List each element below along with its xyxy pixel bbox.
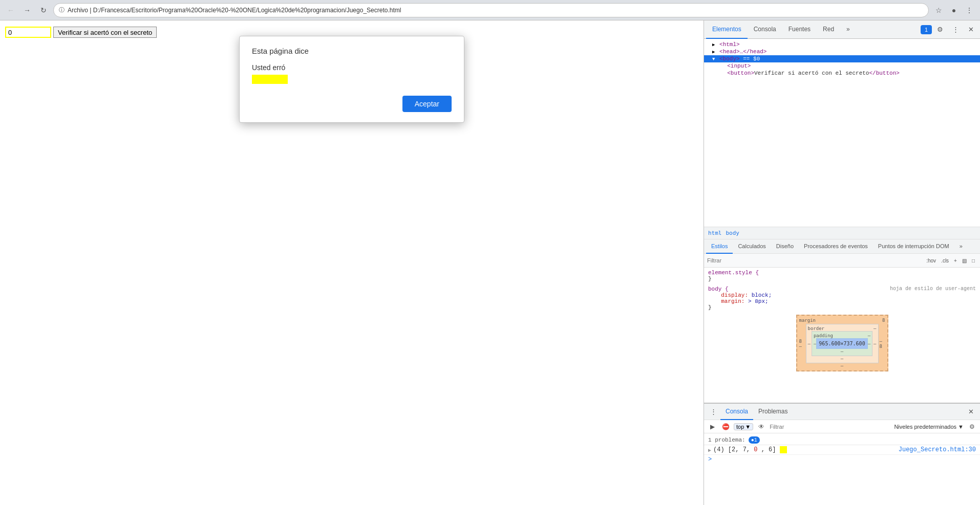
back-button[interactable]: ← <box>4 4 17 17</box>
devtools-close-button[interactable]: ✕ <box>964 23 978 37</box>
border-value: – <box>874 326 876 331</box>
html-line-button[interactable]: <button>Verificar si acertó con el secre… <box>704 70 980 77</box>
box-model-area: margin 8 8 – border – <box>708 315 976 371</box>
console-more-options[interactable]: ⋮ <box>706 405 720 419</box>
secret-input[interactable] <box>5 27 51 38</box>
breadcrumb-html[interactable]: html <box>708 230 722 236</box>
content-size: 965.600×737.600 <box>819 341 865 346</box>
dialog-accept-button[interactable]: Aceptar <box>402 96 452 112</box>
verify-button[interactable]: Verificar si acertó con el secreto <box>53 27 157 38</box>
triangle-html[interactable]: ▶ <box>712 42 715 48</box>
box-margin: margin 8 8 – border – <box>796 315 888 371</box>
breadcrumb-body[interactable]: body <box>726 230 740 236</box>
style-source-body: hoja de estilo de user-agent <box>890 286 976 292</box>
box-border: border – – padding – <box>806 324 879 363</box>
console-tab-problemas[interactable]: Problemas <box>753 404 793 420</box>
styles-tab-procesadores[interactable]: Procesadores de eventos <box>799 239 873 254</box>
profile-button[interactable]: ● <box>947 4 961 17</box>
console-log-source[interactable]: Juego_Secreto.html:30 <box>899 446 976 453</box>
console-level-selector[interactable]: Niveles predeterminados ▼ <box>894 424 964 430</box>
styles-tab-diseno[interactable]: Diseño <box>771 239 799 254</box>
margin-bottom: – <box>799 363 885 368</box>
styles-section: Estilos Calculados Diseño Procesadores d… <box>704 239 980 403</box>
console-content: 1 problema: ● 1 ▶ (4) [2, 7, 0 , 6] <box>704 433 980 505</box>
browser-chrome: ← → ↻ ⓘ Archivo | D:/Francesca/Escritori… <box>0 0 980 20</box>
box-padding: padding – – 965.600×737.600 <box>812 331 872 356</box>
console-section: ⋮ Consola Problemas ✕ ▶ ⛔ top ▼ 👁 Nivele… <box>704 403 980 505</box>
margin-value: 8 <box>882 318 885 323</box>
styles-tab-estilos[interactable]: Estilos <box>706 239 733 254</box>
console-prompt-arrow: > <box>708 456 712 463</box>
hov-button[interactable]: :hov <box>924 257 938 265</box>
devtools-header-actions: 1 ⚙ ⋮ ✕ <box>921 23 978 37</box>
devtools-tab-red[interactable]: Red <box>817 20 840 39</box>
styles-tab-more[interactable]: » <box>954 239 968 254</box>
style-rule-element: element.style { } <box>708 270 976 282</box>
styles-content: element.style { } body { hoja de estilo … <box>704 268 980 403</box>
toggle-icon[interactable]: □ <box>970 257 977 265</box>
console-problem-bar: 1 problema: ● 1 <box>704 435 980 445</box>
devtools-tab-consola[interactable]: Consola <box>748 20 782 39</box>
dialog-title: Esta página dice <box>252 47 452 55</box>
html-line-body[interactable]: ▼ <body> == $0 <box>704 55 980 62</box>
layout-icon[interactable]: ▧ <box>960 257 969 265</box>
triangle-head[interactable]: ▶ <box>712 49 715 55</box>
lock-icon: ⓘ <box>59 6 65 14</box>
devtools-more-button[interactable]: ⋮ <box>948 23 963 37</box>
console-run-button[interactable]: ▶ <box>707 422 717 432</box>
style-selector-element: element.style { <box>708 270 759 276</box>
html-line-html[interactable]: ▶ <html> <box>704 41 980 48</box>
box-content: 965.600×737.600 <box>816 338 867 349</box>
devtools-tab-elementos[interactable]: Elementos <box>706 20 748 39</box>
console-toolbar: ▶ ⛔ top ▼ 👁 Niveles predeterminados ▼ ⚙ <box>704 420 980 433</box>
console-top-selector[interactable]: top ▼ <box>734 423 753 430</box>
console-problem-badge: ● 1 <box>749 436 760 444</box>
bookmark-button[interactable]: ☆ <box>932 4 945 17</box>
console-eye-button[interactable]: 👁 <box>756 422 766 432</box>
address-bar[interactable]: ⓘ Archivo | D:/Francesca/Escritorio/Prog… <box>53 3 929 17</box>
devtools-elements-top: ▶ <html> ▶ <head>…</head> ▼ <body> == $0… <box>704 39 980 403</box>
html-line-input[interactable]: <input> <box>704 62 980 70</box>
devtools-panel: Elementos Consola Fuentes Red » 1 ⚙ ⋮ ✕ … <box>704 20 980 505</box>
console-header: ⋮ Consola Problemas ✕ <box>704 404 980 420</box>
console-tab-consola[interactable]: Consola <box>720 404 753 420</box>
styles-filter-input[interactable] <box>707 255 922 266</box>
devtools-settings-button[interactable]: ⚙ <box>933 23 947 37</box>
forward-button[interactable]: → <box>20 4 34 17</box>
address-text: Archivo | D:/Francesca/Escritorio/Progra… <box>68 7 401 14</box>
margin-right: – 8 <box>880 339 885 349</box>
devtools-badge-button[interactable]: 1 <box>921 25 932 34</box>
margin-label: margin <box>799 318 816 323</box>
cls-button[interactable]: .cls <box>939 257 951 265</box>
console-log-triangle[interactable]: ▶ <box>708 447 711 453</box>
console-close-button[interactable]: ✕ <box>964 405 978 419</box>
devtools-header: Elementos Consola Fuentes Red » 1 ⚙ ⋮ ✕ <box>704 20 980 39</box>
console-prompt: > <box>704 455 980 464</box>
menu-button[interactable]: ⋮ <box>963 4 976 17</box>
console-yellow-highlight <box>780 446 787 453</box>
dialog-message: Usted erró <box>252 63 452 72</box>
devtools-tab-fuentes[interactable]: Fuentes <box>782 20 817 39</box>
padding-label: padding <box>814 333 833 338</box>
console-log-array: (4) [2, 7, 0 , 6] <box>713 446 787 453</box>
style-selector-body: body { <box>708 286 729 292</box>
console-settings-button[interactable]: ⚙ <box>967 422 977 432</box>
reload-button[interactable]: ↻ <box>37 4 50 17</box>
styles-tab-calculados[interactable]: Calculados <box>733 239 771 254</box>
border-label: border <box>808 326 825 331</box>
html-line-head[interactable]: ▶ <head>…</head> <box>704 48 980 55</box>
add-style-button[interactable]: + <box>952 257 959 265</box>
console-block-button[interactable]: ⛔ <box>720 422 731 432</box>
styles-tab-puntos[interactable]: Puntos de interrupción DOM <box>873 239 954 254</box>
padding-value: – <box>868 333 870 338</box>
triangle-body[interactable]: ▼ <box>712 57 715 62</box>
elements-breadcrumb: html body <box>704 227 980 239</box>
elements-html-tree[interactable]: ▶ <html> ▶ <head>…</head> ▼ <body> == $0… <box>704 39 980 227</box>
console-filter-input[interactable] <box>770 422 891 431</box>
devtools-tab-more[interactable]: » <box>840 20 856 39</box>
dialog-overlay: Esta página dice Usted erró Aceptar <box>0 20 704 505</box>
browser-actions: ☆ ● ⋮ <box>932 4 976 17</box>
styles-filter-actions: :hov .cls + ▧ □ <box>924 257 977 265</box>
console-log-line: ▶ (4) [2, 7, 0 , 6] Juego_Secreto.html:3… <box>704 445 980 455</box>
dialog-box: Esta página dice Usted erró Aceptar <box>239 36 464 123</box>
